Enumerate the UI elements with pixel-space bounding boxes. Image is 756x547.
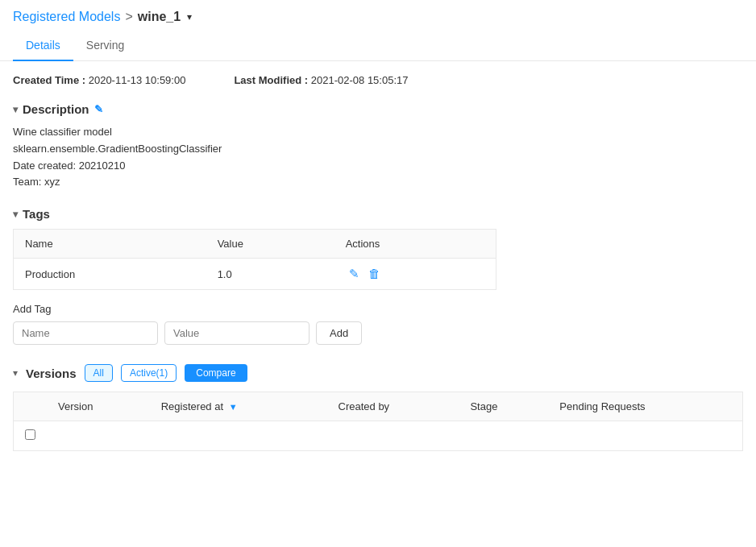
tag-edit-button[interactable]: ✎ <box>346 267 363 281</box>
add-tag-button[interactable]: Add <box>316 321 362 345</box>
description-content: Wine classifier model sklearn.ensemble.G… <box>13 124 743 191</box>
description-line-3: Date created: 20210210 <box>13 158 743 175</box>
tag-delete-button[interactable]: 🗑 <box>365 267 384 280</box>
tabs-bar: Details Serving <box>0 31 756 61</box>
meta-row: Created Time : 2020-11-13 10:59:00 Last … <box>13 74 743 86</box>
add-tag-section: Add Tag Add <box>13 303 743 345</box>
versions-empty-cell <box>47 421 743 451</box>
last-modified: Last Modified : 2021-02-08 15:05:17 <box>234 74 408 86</box>
versions-col-checkbox <box>14 392 48 421</box>
tags-toggle-icon: ▾ <box>13 209 18 220</box>
tag-value-cell: 1.0 <box>206 259 334 290</box>
tags-col-name: Name <box>14 230 206 259</box>
breadcrumb: Registered Models > wine_1 ▾ <box>0 0 756 31</box>
versions-checkbox-cell <box>14 421 48 451</box>
add-tag-inputs: Add <box>13 321 743 345</box>
description-toggle-icon: ▾ <box>13 104 18 115</box>
add-tag-label: Add Tag <box>13 303 743 315</box>
breadcrumb-current: wine_1 <box>138 10 181 24</box>
filter-active-button[interactable]: Active(1) <box>121 364 177 382</box>
compare-button[interactable]: Compare <box>185 364 247 382</box>
description-section-label: Description <box>23 102 89 116</box>
last-modified-label: Last Modified : <box>234 74 308 86</box>
tags-col-value: Value <box>206 230 334 259</box>
versions-col-registered-at: Registered at ▼ <box>150 392 327 421</box>
tags-col-actions: Actions <box>334 230 496 259</box>
created-time-label: Created Time : <box>13 74 85 86</box>
tag-row: Production 1.0 ✎ 🗑 <box>14 259 496 290</box>
tags-section-header[interactable]: ▾ Tags <box>13 207 743 221</box>
description-section-header[interactable]: ▾ Description ✎ <box>13 102 743 116</box>
tab-serving[interactable]: Serving <box>73 31 137 61</box>
breadcrumb-parent[interactable]: Registered Models <box>13 10 120 24</box>
versions-toggle-icon: ▾ <box>13 367 18 379</box>
description-line-1: Wine classifier model <box>13 124 743 141</box>
main-content: Created Time : 2020-11-13 10:59:00 Last … <box>0 61 756 464</box>
tag-value-input[interactable] <box>164 321 309 345</box>
versions-col-created-by: Created by <box>327 392 459 421</box>
registered-at-sort-icon[interactable]: ▼ <box>229 402 238 412</box>
breadcrumb-dropdown-icon[interactable]: ▾ <box>187 11 192 23</box>
filter-all-button[interactable]: All <box>85 364 113 382</box>
tags-table-header-row: Name Value Actions <box>14 230 496 259</box>
versions-empty-row <box>14 421 743 451</box>
versions-table-header-row: Version Registered at ▼ Created by Stage… <box>14 392 743 421</box>
tag-name-input[interactable] <box>13 321 158 345</box>
versions-col-stage: Stage <box>459 392 548 421</box>
created-time: Created Time : 2020-11-13 10:59:00 <box>13 74 185 86</box>
versions-section-header: ▾ Versions All Active(1) Compare <box>13 364 743 382</box>
versions-section: ▾ Versions All Active(1) Compare Version… <box>13 364 743 451</box>
tags-table: Name Value Actions Production 1.0 ✎ 🗑 <box>13 229 496 290</box>
tag-actions-cell: ✎ 🗑 <box>334 259 496 290</box>
tags-section-label: Tags <box>23 207 50 221</box>
description-edit-icon[interactable]: ✎ <box>94 103 103 115</box>
tab-details[interactable]: Details <box>13 31 73 61</box>
tags-section: ▾ Tags Name Value Actions Production 1.0… <box>13 207 743 345</box>
versions-col-version: Version <box>47 392 150 421</box>
created-time-value: 2020-11-13 10:59:00 <box>89 74 186 86</box>
version-row-checkbox[interactable] <box>25 429 35 440</box>
tag-name-cell: Production <box>14 259 206 290</box>
versions-table: Version Registered at ▼ Created by Stage… <box>13 392 743 451</box>
last-modified-value: 2021-02-08 15:05:17 <box>311 74 409 86</box>
versions-section-label: Versions <box>26 367 77 380</box>
breadcrumb-separator: > <box>125 10 132 24</box>
description-line-4: Team: xyz <box>13 174 743 191</box>
versions-col-pending-requests: Pending Requests <box>548 392 742 421</box>
description-line-2: sklearn.ensemble.GradientBoostingClassif… <box>13 141 743 158</box>
